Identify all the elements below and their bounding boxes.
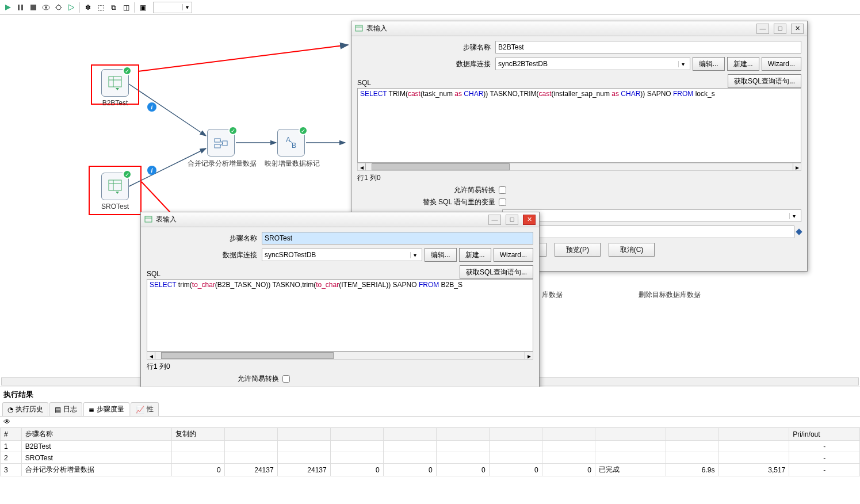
replace-vars-checkbox[interactable] — [499, 198, 506, 206]
step-map[interactable]: AB ✓ — [277, 129, 305, 156]
info-icon[interactable]: i — [147, 166, 156, 175]
sql-hscrollbar[interactable]: ◂▸ — [357, 163, 801, 171]
sql-editor[interactable]: SELECT TRIM(cast(task_num as CHAR)) TASK… — [357, 88, 801, 163]
step-name-input[interactable] — [495, 41, 801, 54]
col-8[interactable] — [489, 428, 542, 441]
cursor-status: 行1 列0 — [147, 362, 533, 372]
chart-icon: 📈 — [136, 406, 144, 414]
db-connection-combo[interactable]: syncB2BTestDB ▾ — [495, 58, 690, 70]
col-name[interactable]: 步骤名称 — [21, 428, 171, 441]
metrics-grid[interactable]: # 步骤名称 复制的 Pri/in/out 1B2BTest-2SROTest-… — [0, 427, 860, 504]
info-icon[interactable]: i — [147, 102, 156, 112]
preview-button[interactable]: 预览(P) — [555, 243, 601, 257]
stop-icon[interactable] — [28, 2, 39, 13]
pause-icon[interactable] — [15, 2, 26, 13]
zoom-combo[interactable]: 100% ▾ — [153, 2, 192, 13]
db-connection-label: 数据库连接 — [147, 250, 262, 260]
tab-metrics[interactable]: ≣步骤度量 — [83, 402, 129, 416]
db-connection-value: syncB2BTestDB — [498, 60, 678, 68]
replace-vars-label: 替换 SQL 语句里的变量 — [357, 197, 499, 207]
chevron-down-icon[interactable]: ▾ — [789, 213, 798, 219]
step-label: B2BTest — [75, 99, 155, 107]
col-11[interactable] — [666, 428, 718, 441]
success-badge-icon: ✓ — [123, 170, 132, 179]
tab-history[interactable]: ◔执行历史 — [2, 402, 48, 416]
maximize-icon[interactable]: □ — [506, 215, 518, 225]
col-5[interactable] — [330, 428, 383, 441]
col-12[interactable] — [718, 428, 789, 441]
tab-log[interactable]: ▤日志 — [49, 402, 82, 416]
run-icon[interactable] — [2, 2, 14, 13]
table-row[interactable]: 3合并记录分析增量数据0241372413700000已完成6.9s3,517- — [1, 464, 860, 476]
cancel-button[interactable]: 取消(C) — [609, 243, 655, 257]
db-connection-combo[interactable]: syncSROTestDB ▾ — [262, 249, 422, 261]
new-button[interactable]: 新建... — [727, 57, 759, 71]
db-explorer-icon[interactable]: ⧉ — [108, 2, 119, 13]
wizard-button[interactable]: Wizard... — [762, 57, 801, 71]
cursor-status: 行1 列0 — [357, 173, 801, 183]
col-4[interactable] — [277, 428, 330, 441]
wizard-button[interactable]: Wizard... — [494, 248, 533, 262]
col-7[interactable] — [436, 428, 489, 441]
svg-point-6 — [56, 5, 61, 10]
maximize-icon[interactable]: □ — [774, 24, 786, 34]
step-b2btest[interactable]: ✓ — [101, 69, 129, 97]
step-srotest[interactable]: ✓ — [101, 173, 129, 200]
replay-icon[interactable] — [66, 2, 77, 13]
dialog-titlebar[interactable]: 表输入 — □ ✕ — [351, 21, 807, 36]
col-3[interactable] — [224, 428, 277, 441]
zoom-fit-icon[interactable]: ▣ — [137, 2, 148, 13]
chevron-down-icon[interactable]: ▾ — [678, 61, 687, 67]
dialog-titlebar[interactable]: 表输入 — □ ✕ — [141, 212, 539, 227]
sql-hscrollbar[interactable]: ◂▸ — [147, 352, 533, 360]
col-copy[interactable]: 复制的 — [171, 428, 224, 441]
history-icon: ◔ — [7, 406, 13, 414]
preview-icon[interactable] — [40, 2, 52, 13]
separator-icon — [134, 2, 135, 13]
success-badge-icon: ✓ — [228, 126, 238, 135]
get-sql-button[interactable]: 获取SQL查询语句... — [728, 74, 801, 88]
col-10[interactable] — [595, 428, 666, 441]
col-9[interactable] — [542, 428, 595, 441]
insert-step-combo[interactable]: ▾ — [502, 209, 801, 222]
results-tabs: ◔执行历史 ▤日志 ≣步骤度量 📈性 — [0, 402, 860, 417]
svg-marker-22 — [116, 88, 119, 90]
limit-input[interactable] — [502, 226, 794, 238]
sql-editor[interactable]: SELECT trim(to_char(B2B_TASK_NO)) TASKNO… — [147, 279, 533, 352]
table-row[interactable]: 1B2BTest- — [1, 441, 860, 452]
close-icon[interactable]: ✕ — [523, 215, 536, 225]
table-row[interactable]: 2SROTest- — [1, 452, 860, 464]
close-icon[interactable]: ✕ — [791, 24, 804, 34]
zoom-input[interactable]: 100% — [154, 2, 182, 13]
minimize-icon[interactable]: — — [756, 24, 769, 34]
col-prio[interactable]: Pri/in/out — [789, 428, 860, 441]
table-input-icon — [108, 179, 123, 194]
results-panel: 执行结果 ◔执行历史 ▤日志 ≣步骤度量 📈性 👁 # 步骤名称 复制的 — [0, 387, 860, 504]
check-icon[interactable]: ✽ — [82, 2, 94, 13]
eye-icon: 👁 — [3, 418, 10, 426]
step-name-input[interactable] — [262, 232, 533, 245]
step-merge[interactable]: ✓ — [207, 129, 235, 156]
col-6[interactable] — [383, 428, 436, 441]
minimize-icon[interactable]: — — [488, 215, 501, 225]
svg-rect-19 — [109, 77, 121, 87]
mapping-icon: AB — [284, 135, 299, 150]
edit-button[interactable]: 编辑... — [693, 57, 725, 71]
show-results-icon[interactable]: ◫ — [120, 2, 132, 13]
get-sql-button[interactable]: 获取SQL查询语句... — [460, 265, 533, 279]
edit-button[interactable]: 编辑... — [425, 248, 457, 262]
filter-row[interactable]: 👁 — [0, 417, 860, 427]
simple-convert-label: 允许简易转换 — [357, 185, 499, 195]
impact-icon[interactable]: ⬚ — [95, 2, 106, 13]
step-label: 合并记录分析增量数据 — [182, 159, 262, 169]
chevron-down-icon[interactable]: ▾ — [410, 252, 419, 258]
chevron-down-icon[interactable]: ▾ — [182, 4, 192, 10]
simple-convert-checkbox[interactable] — [499, 186, 506, 194]
simple-convert-checkbox[interactable] — [282, 375, 290, 383]
debug-icon[interactable] — [53, 2, 64, 13]
new-button[interactable]: 新建... — [459, 248, 491, 262]
variable-icon[interactable] — [796, 228, 802, 235]
tab-chart[interactable]: 📈性 — [131, 402, 159, 416]
svg-rect-28 — [215, 144, 220, 148]
col-idx[interactable]: # — [1, 428, 22, 441]
